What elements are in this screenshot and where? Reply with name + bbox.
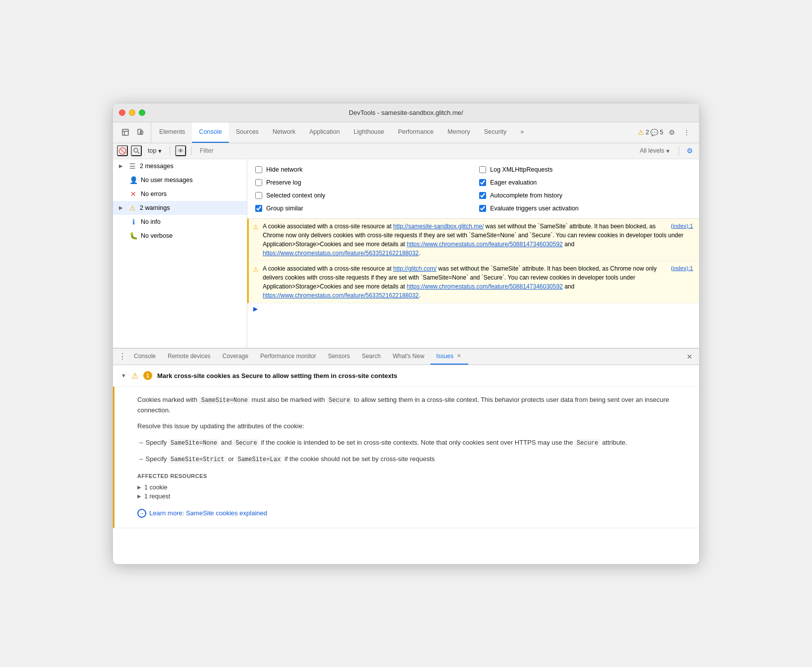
msg-text-2: A cookie associated with a cross-site re… — [263, 265, 657, 299]
tab-network[interactable]: Network — [266, 122, 303, 143]
tabs-list: Elements Console Sources Network Applica… — [152, 122, 634, 143]
code-secure-2: Secure — [233, 439, 259, 447]
tab-console[interactable]: Console — [192, 122, 229, 143]
setting-autocomplete[interactable]: Autocomplete from history — [479, 190, 691, 201]
sidebar-item-errors[interactable]: ✕ No errors — [113, 187, 247, 201]
console-settings-icon[interactable]: ⚙ — [684, 145, 695, 156]
chevron-down-icon: ▾ — [158, 147, 162, 155]
issue-badge: 1 — [143, 371, 152, 380]
sidebar-item-verbose[interactable]: 🐛 No verbose — [113, 229, 247, 243]
separator — [170, 146, 170, 155]
svg-rect-3 — [138, 129, 141, 134]
sidebar-item-info[interactable]: ℹ No info — [113, 215, 247, 229]
minimize-button[interactable] — [129, 109, 135, 116]
device-toolbar-icon[interactable] — [134, 126, 147, 139]
issue-header-1[interactable]: ▼ ⚠ 1 Mark cross-site cookies as Secure … — [113, 365, 699, 386]
hide-network-checkbox[interactable] — [255, 166, 262, 173]
msg-link-4[interactable]: http://glitch.com/ — [393, 265, 436, 272]
more-options-icon[interactable]: ⋮ — [680, 126, 693, 139]
settings-icon[interactable]: ⚙ — [665, 126, 678, 139]
msg-link-1[interactable]: http://samesite-sandbox.glitch.me/ — [393, 223, 484, 230]
learn-more-link[interactable]: → Learn more: SameSite cookies explained — [137, 509, 267, 518]
error-icon: ✕ — [129, 190, 138, 198]
tab-more[interactable]: » — [513, 122, 531, 143]
close-button[interactable] — [119, 109, 125, 116]
autocomplete-checkbox[interactable] — [479, 192, 486, 199]
setting-log-xhr[interactable]: Log XMLHttpRequests — [479, 164, 691, 175]
msg-link-3[interactable]: https://www.chromestatus.com/feature/563… — [263, 250, 419, 257]
bottom-tab-console[interactable]: Console — [128, 349, 162, 365]
bottom-tab-issues[interactable]: Issues ✕ — [430, 349, 468, 365]
setting-hide-network[interactable]: Hide network — [255, 164, 467, 175]
prompt-arrow: ▶ — [253, 305, 258, 312]
preserve-log-checkbox[interactable] — [255, 179, 262, 186]
warning-icon-2: ⚠ — [253, 265, 259, 275]
group-similar-checkbox[interactable] — [255, 205, 262, 212]
tab-lighthouse[interactable]: Lighthouse — [347, 122, 391, 143]
context-selector[interactable]: top ▾ — [145, 146, 165, 156]
close-panel-button[interactable]: ✕ — [684, 351, 695, 362]
setting-evaluate-triggers[interactable]: Evaluate triggers user activation — [479, 203, 691, 214]
levels-selector[interactable]: All levels ▾ — [636, 146, 674, 156]
verbose-label: No verbose — [141, 232, 242, 239]
sidebar-item-warnings[interactable]: ▶ ⚠ 2 warnings — [113, 201, 247, 215]
tab-performance[interactable]: Performance — [391, 122, 441, 143]
warnings-label: 2 warnings — [140, 204, 242, 211]
setting-selected-context[interactable]: Selected context only — [255, 190, 467, 201]
inspect-icon[interactable] — [119, 126, 132, 139]
message-source-2[interactable]: (index):1 — [671, 264, 693, 273]
sidebar-item-user[interactable]: 👤 No user messages — [113, 173, 247, 187]
tab-application[interactable]: Application — [303, 122, 347, 143]
message-source-1[interactable]: (index):1 — [671, 222, 693, 230]
clear-console-icon[interactable]: 🚫 — [117, 145, 128, 156]
console-prompt[interactable]: ▶ — [247, 303, 699, 314]
msg-link-5[interactable]: https://www.chromestatus.com/feature/508… — [407, 283, 563, 290]
setting-eager-eval[interactable]: Eager evaluation — [479, 177, 691, 188]
maximize-button[interactable] — [139, 109, 145, 116]
issues-tab-close[interactable]: ✕ — [456, 353, 462, 359]
selected-context-checkbox[interactable] — [255, 192, 262, 199]
issue-expand-arrow[interactable]: ▼ — [121, 373, 126, 379]
setting-preserve-log[interactable]: Preserve log — [255, 177, 467, 188]
arrow-1: → — [137, 439, 144, 446]
issue-title: Mark cross-site cookies as Secure to all… — [157, 372, 691, 380]
bottom-tab-remote-devices[interactable]: Remote devices — [162, 349, 216, 365]
svg-point-5 — [134, 148, 138, 152]
issues-panel: ▼ ⚠ 1 Mark cross-site cookies as Secure … — [113, 365, 699, 564]
evaluate-triggers-checkbox[interactable] — [479, 205, 486, 212]
eager-eval-checkbox[interactable] — [479, 179, 486, 186]
console-filter-icon[interactable] — [131, 145, 142, 156]
messages-icon: ☰ — [128, 162, 137, 170]
affected-cookie[interactable]: ▶ 1 cookie — [137, 483, 687, 492]
filter-input[interactable] — [197, 147, 632, 154]
sidebar-item-messages[interactable]: ▶ ☰ 2 messages — [113, 159, 247, 173]
tab-memory[interactable]: Memory — [441, 122, 477, 143]
console-toolbar: 🚫 top ▾ 👁 All levels ▾ ⚙ — [113, 143, 699, 159]
issue-description: Cookies marked with SameSite=None must a… — [137, 395, 687, 416]
bottom-tab-sensors[interactable]: Sensors — [322, 349, 356, 365]
bottom-tabs-menu[interactable]: ⋮ — [117, 351, 128, 362]
bottom-tab-performance-monitor[interactable]: Performance monitor — [254, 349, 322, 365]
affected-request[interactable]: ▶ 1 request — [137, 492, 687, 501]
tab-bar-right: ⚠ 2 💬 5 ⚙ ⋮ — [634, 122, 697, 143]
affected-cookie-label: 1 cookie — [144, 484, 168, 491]
eye-icon[interactable]: 👁 — [175, 145, 186, 156]
title-bar: DevTools - samesite-sandbox.glitch.me/ — [113, 103, 699, 122]
bottom-tab-search[interactable]: Search — [356, 349, 387, 365]
msg-link-6[interactable]: https://www.chromestatus.com/feature/563… — [263, 292, 419, 299]
bottom-tab-coverage[interactable]: Coverage — [216, 349, 254, 365]
tab-sources[interactable]: Sources — [229, 122, 266, 143]
devtools-window: DevTools - samesite-sandbox.glitch.me/ E… — [112, 103, 700, 565]
affected-request-label: 1 request — [144, 493, 170, 500]
bottom-tab-whats-new[interactable]: What's New — [387, 349, 430, 365]
messages-count: 5 — [660, 129, 663, 136]
chevron-down-icon-levels: ▾ — [666, 147, 670, 155]
log-xhr-checkbox[interactable] — [479, 166, 486, 173]
msg-link-2[interactable]: https://www.chromestatus.com/feature/508… — [407, 241, 563, 248]
window-title: DevTools - samesite-sandbox.glitch.me/ — [349, 109, 463, 116]
arrow-2: → — [137, 455, 144, 463]
setting-group-similar[interactable]: Group similar — [255, 203, 467, 214]
tab-elements[interactable]: Elements — [152, 122, 192, 143]
affected-title: AFFECTED RESOURCES — [137, 473, 687, 479]
tab-security[interactable]: Security — [477, 122, 513, 143]
